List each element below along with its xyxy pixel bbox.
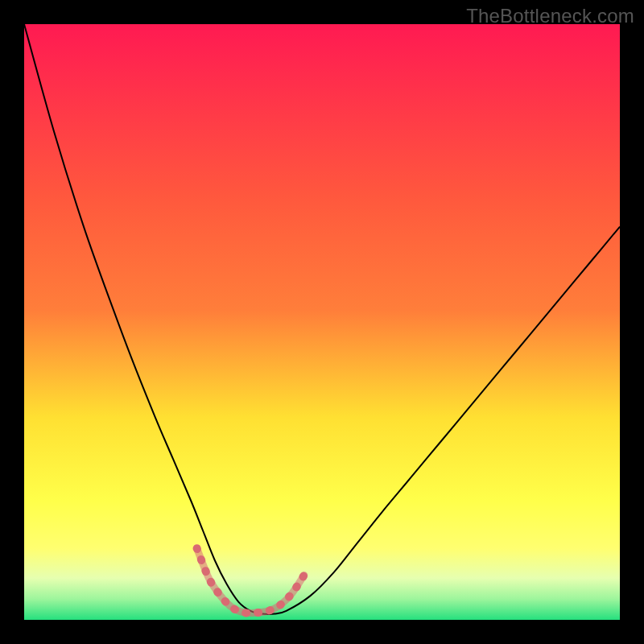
gradient-background — [24, 24, 620, 620]
plot-area — [24, 24, 620, 620]
chart-frame: TheBottleneck.com — [0, 0, 644, 644]
bottleneck-chart — [24, 24, 620, 620]
